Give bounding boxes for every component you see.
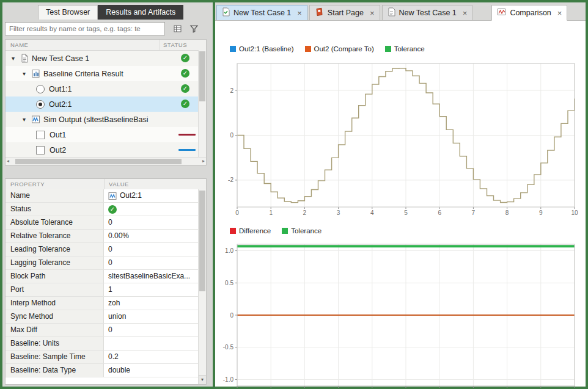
svg-text:1: 1 <box>269 209 273 216</box>
tab-new-test-case-1-report[interactable]: New Test Case 1 × <box>216 5 307 20</box>
scroll-down-icon[interactable]: ▾ <box>199 375 206 384</box>
property-name: Baseline: Data Type <box>6 364 104 377</box>
tree-row-baseline-criteria[interactable]: ▾ Baseline Criteria Result ✓ <box>6 66 206 81</box>
property-row[interactable]: Baseline: Units <box>6 337 198 351</box>
svg-text:-0.5: -0.5 <box>223 344 234 351</box>
legend-swatch <box>230 228 236 234</box>
property-row[interactable]: Leading Tolerance0 <box>6 243 198 256</box>
tree-vertical-scrollbar[interactable] <box>198 50 206 157</box>
property-row[interactable]: Status✓ <box>6 203 198 216</box>
legend-label: Tolerance <box>291 227 322 234</box>
legend-swatch <box>385 46 391 52</box>
property-name: Max Diff <box>6 324 104 336</box>
property-row[interactable]: Max Diff0 <box>6 324 198 337</box>
checkbox-out1[interactable] <box>36 131 45 139</box>
property-name: Block Path <box>6 270 104 283</box>
tab-comparison[interactable]: Comparison × <box>491 5 567 21</box>
property-name: Sync Method <box>6 310 104 323</box>
column-divider <box>160 40 160 50</box>
property-table: PROPERTY VALUE NameOut2:1Status✓Absolute… <box>5 178 207 385</box>
legend-label: Tolerance <box>394 45 425 53</box>
tab-results-and-artifacts[interactable]: Results and Artifacts <box>98 5 183 20</box>
filter-results-input[interactable] <box>5 22 165 35</box>
tab-new-test-case-1[interactable]: New Test Case 1 × <box>382 5 473 20</box>
pass-status-icon: ✓ <box>108 205 117 214</box>
legend-item: Out2:1 (Baseline) <box>230 45 294 53</box>
property-row[interactable]: Port1 <box>6 283 198 297</box>
close-tab-icon[interactable]: × <box>297 9 302 18</box>
legend-swatch <box>305 46 311 52</box>
close-tab-icon[interactable]: × <box>463 9 468 18</box>
radio-out2-1[interactable] <box>36 100 45 109</box>
property-row[interactable]: NameOut2:1 <box>6 189 198 203</box>
signal-swatch-out2 <box>178 149 196 151</box>
close-tab-icon[interactable]: × <box>370 9 375 18</box>
expander-icon[interactable]: ▾ <box>23 116 29 123</box>
close-tab-icon[interactable]: × <box>557 9 562 18</box>
svg-text:2: 2 <box>303 209 307 216</box>
property-row[interactable]: Block PathsltestBaselineBasicExa... <box>6 270 198 283</box>
scroll-left-icon[interactable]: ◂ <box>7 158 9 165</box>
scroll-right-icon[interactable]: ▸ <box>202 158 205 165</box>
property-value: zoh <box>104 297 198 310</box>
tree-row-out2-signal[interactable]: Out2 <box>6 142 206 158</box>
sim-output-icon <box>31 115 40 124</box>
property-row[interactable]: Lagging Tolerance0 <box>6 256 198 270</box>
vertical-scrollbar-thumb[interactable] <box>199 51 205 101</box>
properties-vertical-scrollbar[interactable]: ▾ <box>198 189 206 384</box>
property-value: 0 <box>104 324 198 336</box>
tab-label: New Test Case 1 <box>233 9 291 17</box>
svg-text:-2: -2 <box>228 176 233 183</box>
tree-header: NAME STATUS <box>6 40 206 51</box>
tab-test-browser[interactable]: Test Browser <box>38 5 98 20</box>
tab-start-page[interactable]: Start Page × <box>309 5 380 20</box>
property-name: Baseline: Sample Time <box>6 351 104 363</box>
start-page-icon <box>315 7 324 18</box>
legend-swatch <box>230 46 236 52</box>
checkbox-out2[interactable] <box>36 146 45 155</box>
tree-row-new-test-case[interactable]: ▾ New Test Case 1 ✓ <box>6 51 206 66</box>
filter-icon[interactable] <box>186 23 201 35</box>
difference-chart: 012345678910-1.0-0.500.51.0 <box>215 239 586 389</box>
radio-out1-1[interactable] <box>36 85 45 93</box>
tree-row-out1-signal[interactable]: Out1 <box>6 127 206 142</box>
column-divider <box>104 179 105 189</box>
property-value: 0 <box>104 256 198 269</box>
tree-row-label: Out1 <box>50 131 66 139</box>
property-table-header: PROPERTY VALUE <box>6 179 206 190</box>
svg-text:0: 0 <box>230 312 233 319</box>
tree-header-name: NAME <box>10 42 28 48</box>
tree-horizontal-scrollbar[interactable]: ◂ ▸ <box>6 157 206 165</box>
tab-label: Start Page <box>328 9 364 17</box>
vertical-scrollbar-thumb[interactable] <box>199 191 205 291</box>
baseline-criteria-icon <box>31 69 40 78</box>
svg-text:6: 6 <box>438 209 441 216</box>
property-row[interactable]: Sync Methodunion <box>6 310 198 324</box>
property-row[interactable]: Absolute Tolerance0 <box>6 216 198 230</box>
pass-status-icon: ✓ <box>181 100 189 108</box>
svg-text:1.0: 1.0 <box>225 247 233 254</box>
property-row[interactable]: Relative Tolerance0.00% <box>6 230 198 243</box>
tree-row-sim-output[interactable]: ▾ Sim Output (sltestBaselineBasi <box>6 112 206 127</box>
svg-text:7: 7 <box>472 209 476 216</box>
signal-swatch-out1 <box>178 134 196 136</box>
property-name: Name <box>6 189 104 202</box>
property-value: 0 <box>104 216 198 229</box>
filter-row <box>5 22 210 37</box>
svg-text:5: 5 <box>404 209 408 216</box>
pass-status-icon: ✓ <box>181 54 189 62</box>
svg-text:3: 3 <box>337 209 340 216</box>
document-icon <box>388 7 395 18</box>
expander-icon[interactable]: ▾ <box>12 55 18 62</box>
expander-icon[interactable]: ▾ <box>23 70 29 77</box>
view-options-icon[interactable] <box>170 23 185 35</box>
property-row[interactable]: Interp Methodzoh <box>6 297 198 310</box>
tree-row-out2-1[interactable]: Out2:1 ✓ <box>6 96 206 112</box>
legend-label: Out2 (Compare To) <box>314 45 374 53</box>
svg-text:9: 9 <box>539 209 543 216</box>
svg-text:2: 2 <box>230 87 233 94</box>
horizontal-scrollbar-thumb[interactable] <box>15 159 182 164</box>
property-row[interactable]: Baseline: Sample Time0.2 <box>6 351 198 364</box>
tree-row-out1-1[interactable]: Out1:1 ✓ <box>6 81 206 96</box>
property-row[interactable]: Baseline: Data Typedouble <box>6 364 198 377</box>
